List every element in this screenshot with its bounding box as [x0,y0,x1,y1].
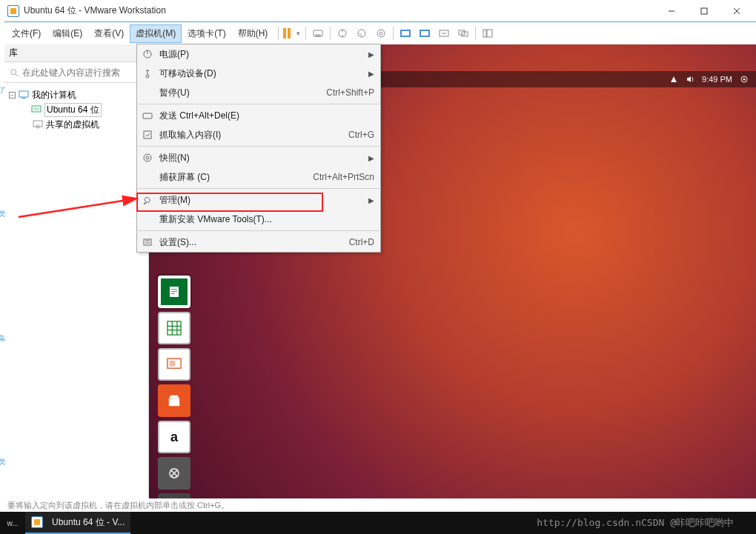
svg-point-51 [146,156,149,159]
status-bar: 要将输入定向到该虚拟机，请在虚拟机内部单击或按 Ctrl+G。 [4,498,756,512]
separator [393,27,394,40]
app-icon [7,5,19,17]
power-icon [142,48,153,60]
computer-icon [19,90,29,100]
svg-rect-30 [171,291,177,292]
svg-rect-21 [21,98,26,99]
separator [330,27,331,40]
settings-icon [142,236,153,248]
cycle-icon[interactable] [456,26,471,41]
gear-icon[interactable] [740,75,749,84]
svg-rect-16 [483,30,486,37]
window-controls [655,0,753,21]
tree-item-shared[interactable]: 共享的虚拟机 [7,117,145,132]
menubar: 文件(F) 编辑(E) 查看(V) 虚拟机(M) 选项卡(T) 帮助(H) ▼ [4,22,756,44]
library-toggle-icon[interactable] [480,26,495,41]
menu-view[interactable]: 查看(V) [88,24,130,43]
menu-settings[interactable]: 设置(S)... Ctrl+D [137,233,380,252]
minimize-button[interactable] [655,0,688,21]
library-tree: − 我的计算机 Ubuntu 64 位 共享的虚拟机 [4,83,148,136]
chevron-right-icon: ▶ [368,70,374,78]
app-icon [31,516,43,528]
stretch-icon[interactable] [437,26,451,41]
menu-tabs[interactable]: 选项卡(T) [182,24,231,43]
svg-rect-29 [171,289,177,290]
toolbar-power-group: ▼ [283,28,301,39]
snapshot-revert-icon[interactable] [354,26,369,41]
svg-rect-52 [144,239,151,245]
svg-rect-31 [171,293,175,294]
library-sidebar: 库 × ▼ − 我的计算机 Ubuntu 64 位 共享的虚拟机 [4,44,149,512]
menu-grab-input[interactable]: 抓取输入内容(I) Ctrl+G [137,125,380,144]
menu-snapshot[interactable]: 快照(N) ▶ [137,148,380,167]
svg-rect-4 [314,30,322,36]
tree-item-label: Ubuntu 64 位 [44,103,102,117]
launcher-software-icon[interactable] [158,384,190,417]
menu-send-cad[interactable]: 发送 Ctrl+Alt+Del(E) [137,106,380,125]
sound-icon[interactable] [686,75,694,84]
svg-point-8 [377,30,385,37]
status-text: 要将输入定向到该虚拟机，请在虚拟机内部单击或按 Ctrl+G。 [7,500,229,511]
wrench-icon [142,194,153,206]
svg-rect-48 [143,113,152,119]
tree-item-label: 共享的虚拟机 [46,119,99,131]
menu-capture-screen[interactable]: 捕获屏幕 (C) Ctrl+Alt+PrtScn [137,167,380,187]
menu-reinstall-tools[interactable]: 重新安装 VMware Tools(T)... [137,210,380,229]
separator [278,27,279,40]
svg-rect-20 [19,91,28,97]
send-cad-icon[interactable] [311,26,325,41]
close-button[interactable] [720,0,753,21]
menu-pause[interactable]: 暂停(U) Ctrl+Shift+P [137,83,380,102]
menu-manage[interactable]: 管理(M) ▶ [137,190,380,210]
toolbar-misc [311,26,325,41]
menu-file[interactable]: 文件(F) [6,24,47,43]
taskbar-start-overflow[interactable]: w... [0,512,25,534]
svg-rect-17 [487,30,492,37]
snapshot-take-icon[interactable] [335,26,350,41]
sidebar-title: 库 [9,47,18,59]
chevron-down-icon[interactable]: ▼ [295,30,301,37]
menu-removable[interactable]: 可移动设备(D) ▶ [137,64,380,83]
search-input[interactable] [22,67,138,78]
menu-edit[interactable]: 编辑(E) [47,24,88,43]
svg-rect-49 [144,131,151,138]
chevron-right-icon: ▶ [368,154,374,162]
separator [475,27,476,40]
launcher-calc-icon[interactable] [158,312,190,344]
tree-root[interactable]: − 我的计算机 [7,87,145,102]
network-icon[interactable] [669,75,678,84]
launcher-impress-icon[interactable] [158,348,190,381]
svg-rect-38 [170,361,176,367]
maximize-button[interactable] [688,0,720,21]
svg-rect-32 [168,321,181,335]
grab-icon [142,129,153,141]
svg-point-27 [743,79,746,81]
menu-power[interactable]: 电源(P) ▶ [137,44,380,64]
fullscreen-icon[interactable] [398,26,413,41]
launcher-settings-icon[interactable] [158,457,190,490]
menu-help[interactable]: 帮助(H) [232,24,274,43]
usb-icon [142,67,153,79]
separator [138,104,379,104]
launcher-writer-icon[interactable] [158,276,190,308]
launcher-amazon-icon[interactable]: a [158,421,190,453]
tree-root-label: 我的计算机 [32,89,76,101]
unity-icon[interactable] [417,26,432,41]
ubuntu-clock[interactable]: 9:49 PM [702,75,732,84]
watermark-text: http://blog.csdn.nCSDN @咔吧咔吧哟中 [537,516,734,530]
svg-point-7 [358,30,365,37]
pause-icon[interactable] [283,28,291,39]
tree-item-ubuntu[interactable]: Ubuntu 64 位 [7,102,145,117]
svg-rect-23 [33,107,39,110]
shared-icon [33,119,43,130]
menu-vm[interactable]: 虚拟机(M) [130,24,182,43]
ubuntu-launcher: a [158,276,190,512]
sidebar-search[interactable]: ▼ [4,62,148,83]
separator [138,188,379,189]
toolbar-view-group [398,26,471,41]
collapse-icon[interactable]: − [9,92,16,99]
separator [138,146,379,147]
svg-rect-11 [402,31,409,36]
snapshot-manage-icon[interactable] [374,26,388,41]
taskbar-app-vmware[interactable]: Ubuntu 64 位 - V... [25,512,130,534]
